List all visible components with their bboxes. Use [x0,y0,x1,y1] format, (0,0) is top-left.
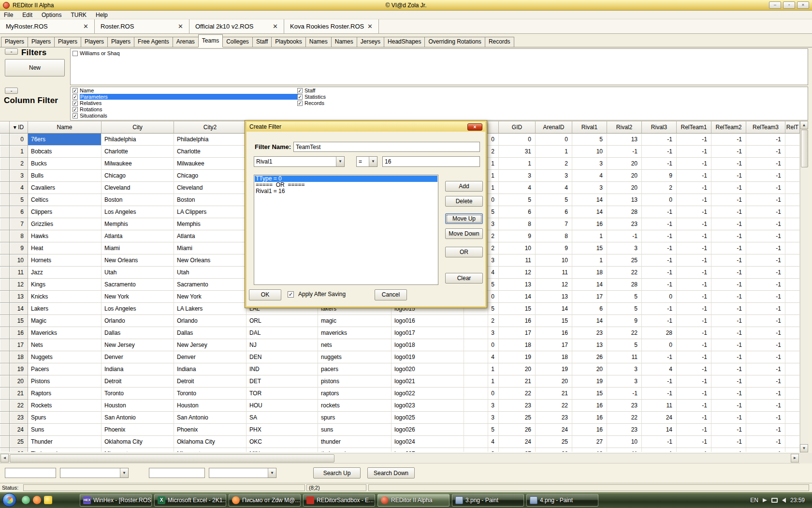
cell[interactable]: Celtics [28,194,102,206]
cell[interactable]: 4 [536,182,572,194]
cell[interactable]: logo025 [392,412,464,424]
cell[interactable]: Cleveland [174,182,246,194]
checkbox-icon[interactable]: ✓ [72,101,78,106]
scroll-down-icon[interactable]: ▼ [800,444,808,452]
cell[interactable]: -1 [711,315,746,327]
cell[interactable] [785,351,800,363]
minimize-icon[interactable]: – [769,1,781,9]
cell[interactable]: -1 [746,400,785,412]
cell[interactable]: 24 [10,424,28,436]
cell[interactable]: Charlotte [174,146,246,158]
cell[interactable]: -1 [711,448,746,452]
cell[interactable]: Pacers [28,363,102,375]
cell[interactable]: 16 [572,218,607,230]
row-selector[interactable] [0,424,10,436]
cell[interactable]: Suns [28,424,102,436]
cell[interactable]: Indiana [102,363,174,375]
cell[interactable]: 18 [536,351,572,363]
cell[interactable]: 24 [499,436,536,448]
cell[interactable]: 3 [499,170,536,182]
column-header-City[interactable]: City [102,121,174,134]
cell[interactable]: New Jersey [174,339,246,351]
cell[interactable]: -1 [677,436,711,448]
cell[interactable]: -1 [607,230,642,242]
cell[interactable]: Jazz [28,267,102,279]
tab-teams[interactable]: Teams [198,34,223,47]
cell[interactable]: Bulls [28,170,102,182]
cell[interactable]: 7 [536,218,572,230]
cell[interactable]: 2 [488,242,499,254]
cell[interactable]: -1 [711,242,746,254]
cell[interactable] [464,363,488,375]
cell[interactable]: Hornets [28,254,102,267]
cell[interactable]: 3 [10,170,28,182]
cell[interactable] [785,424,800,436]
cell[interactable]: 1 [488,182,499,194]
cell[interactable]: Rockets [28,400,102,412]
field-dropdown[interactable]: Rival1 ▼ [254,156,345,167]
cell[interactable]: logo023 [392,400,464,412]
menu-file[interactable]: File [4,12,13,18]
tab-players[interactable]: Players [1,37,28,47]
cell[interactable]: Atlanta [174,230,246,242]
cell[interactable] [785,242,800,254]
cell[interactable]: 1 [488,158,499,170]
filter-name-input[interactable] [293,142,480,152]
firefox-icon[interactable] [33,496,41,504]
cell[interactable]: -1 [677,279,711,291]
cell[interactable]: 5 [10,194,28,206]
cell[interactable]: 15 [572,388,607,400]
chevron-down-icon[interactable]: ▼ [268,468,276,478]
row-selector[interactable] [0,194,10,206]
cell[interactable] [464,327,488,339]
cell[interactable]: Toronto [174,388,246,400]
cell[interactable]: -1 [642,436,677,448]
cell[interactable]: -1 [642,279,677,291]
cell[interactable]: -1 [746,303,785,315]
cell[interactable]: 5 [536,194,572,206]
cell[interactable]: 18 [10,351,28,363]
cell[interactable]: 9 [499,230,536,242]
cell[interactable]: -1 [677,242,711,254]
cell[interactable]: 23 [607,424,642,436]
cell[interactable]: 5 [488,303,499,315]
cell[interactable]: -1 [677,315,711,327]
cell[interactable]: DEN [246,351,318,363]
cell[interactable]: 4 [488,351,499,363]
media-player-icon[interactable] [55,496,63,504]
cell[interactable]: -1 [746,194,785,206]
cell[interactable]: -1 [746,146,785,158]
cell[interactable]: 0 [488,291,499,303]
cell[interactable]: -1 [642,303,677,315]
row-selector[interactable] [0,170,10,182]
cell[interactable]: 0 [488,339,499,351]
column-header-▾ ID[interactable]: ▾ ID [10,121,28,134]
cell[interactable]: Dallas [174,327,246,339]
cell[interactable]: 1 [572,254,607,267]
cell[interactable]: -1 [746,388,785,400]
row-selector[interactable] [0,363,10,375]
cell[interactable]: 1 [499,158,536,170]
cell[interactable]: Sacramento [174,279,246,291]
cell[interactable]: Bucks [28,158,102,170]
cell[interactable]: -1 [677,351,711,363]
checkbox-check-icon[interactable]: ✓ [288,291,294,298]
cell[interactable]: 13 [607,194,642,206]
cell[interactable]: logo020 [392,363,464,375]
cell[interactable]: 27 [499,448,536,452]
cell[interactable]: 23 [536,412,572,424]
cell[interactable]: Cavaliers [28,182,102,194]
tab-arenas[interactable]: Arenas [173,37,199,47]
cell[interactable]: -1 [711,400,746,412]
filter-item[interactable]: Williams or Shaq [72,50,808,56]
cell[interactable]: 25 [536,436,572,448]
cell[interactable]: San Antonio [102,412,174,424]
cell[interactable]: 11 [536,267,572,279]
cell[interactable]: rockets [318,400,392,412]
cell[interactable]: 23 [607,400,642,412]
row-selector[interactable] [0,267,10,279]
cell[interactable] [785,375,800,388]
cell[interactable]: logo018 [392,339,464,351]
chevron-down-icon[interactable]: ▼ [336,157,344,166]
cell[interactable] [785,303,800,315]
